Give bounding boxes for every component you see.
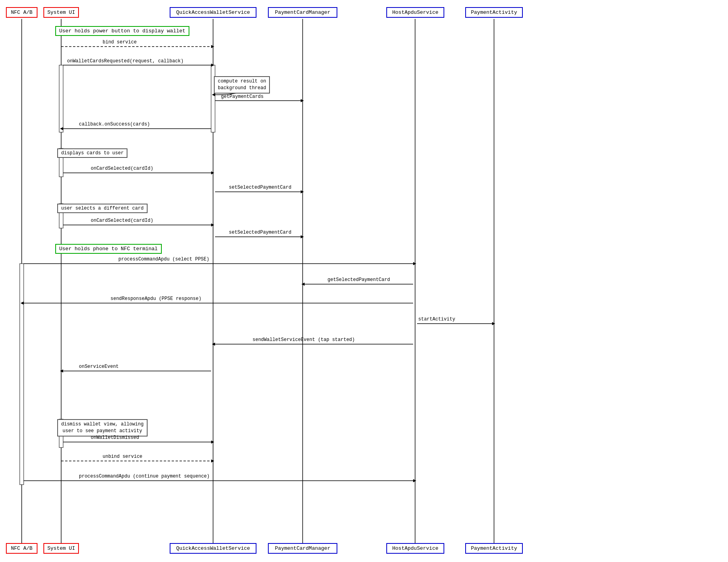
svg-marker-43 [211, 459, 214, 463]
label-process-cmd-apdu-2: processCommandApdu (continue payment seq… [79, 474, 210, 479]
svg-marker-46 [212, 93, 215, 96]
note-user-selects-card: user selects a different card [57, 204, 148, 213]
svg-rect-6 [59, 65, 63, 132]
svg-marker-23 [301, 190, 304, 193]
actor-pa-bottom: PaymentActivity [465, 543, 523, 554]
actor-qaws-bottom: QuickAccessWalletService [170, 543, 256, 554]
svg-marker-15 [211, 64, 214, 67]
note-user-holds-nfc: User holds phone to NFC terminal [55, 244, 162, 254]
svg-marker-27 [301, 235, 304, 238]
actor-pcm-bottom: PaymentCardManager [268, 543, 337, 554]
note-displays-cards: displays cards to user [57, 148, 127, 158]
label-on-card-selected-2: onCardSelected(cardId) [91, 218, 153, 223]
label-on-card-selected-1: onCardSelected(cardId) [91, 166, 153, 171]
label-set-selected-2: setSelectedPaymentCard [229, 230, 291, 235]
svg-marker-13 [211, 45, 214, 48]
label-set-selected-1: setSelectedPaymentCard [229, 185, 291, 190]
svg-rect-11 [20, 264, 24, 485]
label-unbind-service: unbind service [103, 454, 142, 459]
label-on-wallet-dismissed: onWalletDismissed [91, 435, 139, 440]
svg-marker-41 [211, 440, 214, 444]
svg-marker-45 [413, 479, 416, 482]
label-start-activity: startActivity [418, 317, 455, 322]
svg-marker-25 [211, 223, 214, 227]
svg-marker-33 [21, 302, 24, 305]
label-callback-success: callback.onSuccess(cards) [79, 122, 150, 127]
svg-marker-19 [60, 127, 63, 130]
actor-pcm-top: PaymentCardManager [268, 7, 337, 18]
svg-marker-31 [301, 283, 305, 286]
label-on-wallet-cards: onWalletCardsRequested(request, callback… [67, 58, 183, 64]
note-dismiss-wallet: dismiss wallet view, allowinguser to see… [57, 419, 148, 436]
label-bind-service: bind service [103, 39, 137, 45]
label-process-cmd-apdu-1: processCommandApdu (select PPSE) [118, 257, 209, 262]
actor-qaws-top: QuickAccessWalletService [170, 7, 256, 18]
svg-marker-39 [60, 369, 63, 373]
sequence-diagram: NFC A/B System UI QuickAccessWalletServi… [0, 0, 728, 562]
svg-marker-37 [212, 343, 215, 346]
svg-marker-21 [211, 171, 214, 174]
svg-rect-7 [211, 65, 215, 132]
label-send-wallet-event: sendWalletServiceEvent (tap started) [253, 337, 355, 343]
svg-marker-29 [413, 262, 416, 265]
actor-nfc-top: NFC A/B [6, 7, 37, 18]
note-compute-result: compute result onbackground thread [214, 76, 270, 94]
label-send-response-apdu: sendResponseApdu (PPSE response) [110, 296, 201, 302]
actor-pa-top: PaymentActivity [465, 7, 523, 18]
label-on-service-event: onServiceEvent [79, 364, 119, 369]
actor-sysui-top: System UI [43, 7, 79, 18]
actor-nfc-bottom: NFC A/B [6, 543, 37, 554]
svg-marker-17 [301, 99, 304, 102]
label-get-selected-card: getSelectedPaymentCard [328, 277, 390, 283]
note-user-holds-power: User holds power button to display walle… [55, 26, 189, 36]
svg-marker-35 [492, 322, 495, 325]
actor-has-bottom: HostApduService [386, 543, 444, 554]
actor-sysui-bottom: System UI [43, 543, 79, 554]
actor-has-top: HostApduService [386, 7, 444, 18]
label-get-payment-cards: getPaymentCards [221, 94, 264, 99]
